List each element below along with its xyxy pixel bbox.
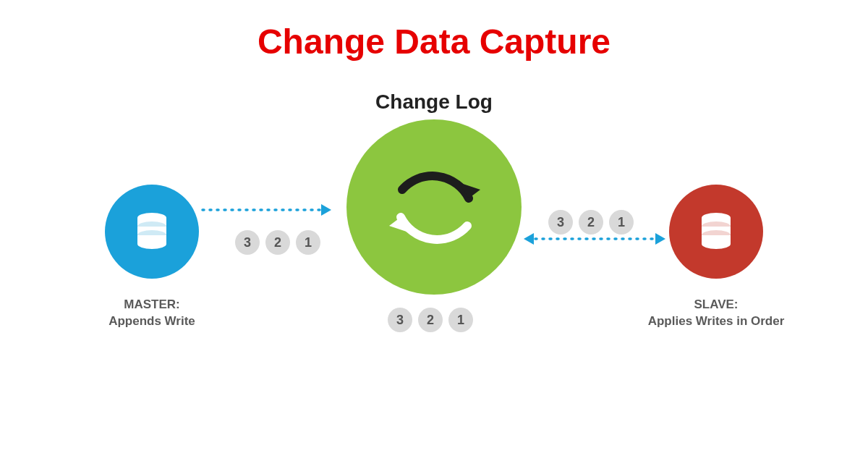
master-node bbox=[105, 185, 199, 279]
slave-label-line2: Applies Writes in Order bbox=[648, 314, 785, 328]
pill: 1 bbox=[296, 230, 320, 255]
sequence-pills-right: 3 2 1 bbox=[548, 210, 634, 235]
change-log-node bbox=[346, 119, 522, 295]
diagram-canvas: Change Log MASTER: Appends Write bbox=[0, 62, 868, 438]
sequence-pills-center: 3 2 1 bbox=[388, 308, 473, 332]
master-label: MASTER: Appends Write bbox=[80, 297, 224, 330]
pill: 2 bbox=[418, 308, 443, 332]
sequence-pills-left: 3 2 1 bbox=[235, 230, 320, 255]
change-log-heading: Change Log bbox=[346, 90, 522, 114]
slave-label: SLAVE: Applies Writes in Order bbox=[637, 297, 796, 330]
svg-marker-12 bbox=[655, 233, 665, 245]
slave-node bbox=[669, 185, 763, 279]
svg-marker-10 bbox=[524, 233, 534, 245]
master-label-line1: MASTER: bbox=[124, 297, 179, 311]
slave-label-line1: SLAVE: bbox=[694, 297, 738, 311]
svg-marker-9 bbox=[321, 204, 331, 216]
pill: 2 bbox=[265, 230, 290, 255]
pill: 2 bbox=[579, 210, 603, 235]
pill: 3 bbox=[388, 308, 412, 332]
arrow-master-to-log-icon bbox=[201, 199, 346, 221]
pill: 1 bbox=[609, 210, 634, 235]
cycle-arrows-icon bbox=[369, 142, 499, 272]
pill: 3 bbox=[548, 210, 573, 235]
master-label-line2: Appends Write bbox=[109, 314, 195, 328]
pill: 3 bbox=[235, 230, 260, 255]
database-icon bbox=[136, 212, 168, 252]
pill: 1 bbox=[448, 308, 473, 332]
page-title: Change Data Capture bbox=[0, 0, 868, 62]
database-icon bbox=[700, 212, 732, 252]
